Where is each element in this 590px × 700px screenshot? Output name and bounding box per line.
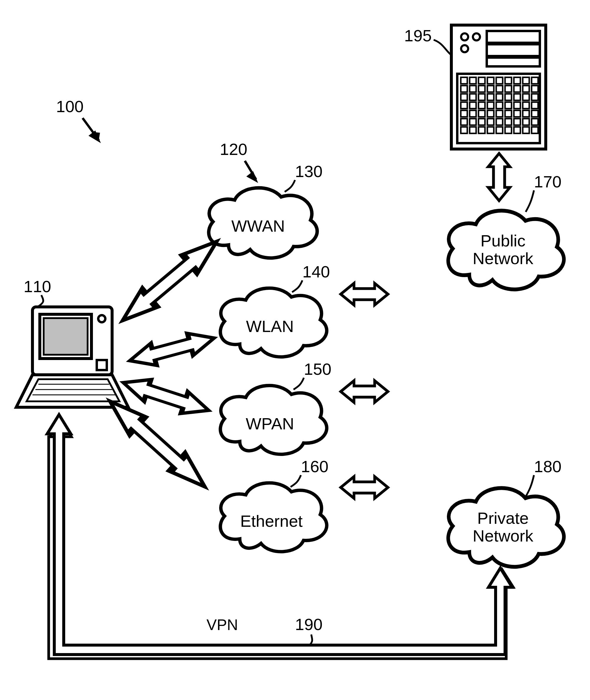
svg-rect-61 (461, 119, 467, 125)
svg-rect-65 (496, 119, 503, 125)
svg-rect-26 (470, 86, 476, 92)
svg-rect-20 (496, 77, 503, 84)
arrow-wlan-right (341, 381, 388, 403)
svg-rect-57 (505, 110, 511, 117)
svg-rect-55 (487, 110, 494, 117)
svg-rect-9 (487, 31, 540, 43)
svg-rect-74 (496, 127, 503, 134)
svg-rect-30 (505, 86, 511, 92)
svg-rect-31 (514, 86, 520, 92)
svg-rect-39 (505, 94, 511, 100)
svg-point-12 (461, 33, 468, 40)
arrow-laptop-wwan (115, 233, 224, 330)
svg-rect-50 (523, 102, 529, 109)
ref-140-leader (292, 280, 302, 292)
svg-rect-70 (461, 127, 467, 134)
svg-rect-10 (487, 44, 540, 56)
svg-rect-51 (531, 102, 538, 109)
svg-rect-2 (44, 318, 88, 355)
ref-130: 130 (295, 162, 322, 181)
ref-170: 170 (534, 172, 561, 191)
svg-rect-36 (479, 94, 485, 100)
svg-rect-76 (514, 127, 520, 134)
ref-110: 110 (24, 277, 51, 296)
ref-130-leader (285, 180, 295, 192)
svg-rect-49 (514, 102, 520, 109)
svg-rect-73 (487, 127, 494, 134)
svg-point-3 (98, 315, 105, 322)
svg-rect-28 (487, 86, 494, 92)
svg-rect-34 (461, 94, 467, 100)
svg-rect-43 (461, 102, 467, 109)
svg-rect-17 (470, 77, 476, 84)
ref-195-leader (434, 40, 451, 55)
ref-190: 190 (295, 615, 322, 634)
ref-195: 195 (404, 26, 431, 45)
ref-110-leader (38, 295, 43, 306)
svg-rect-45 (479, 102, 485, 109)
svg-rect-54 (479, 110, 485, 117)
arrow-laptop-wlan (127, 327, 217, 371)
svg-rect-64 (487, 119, 494, 125)
svg-rect-68 (523, 119, 529, 125)
cloud-wlan: WLAN (220, 288, 327, 357)
svg-point-14 (461, 45, 468, 52)
cloud-public-label2: Network (473, 249, 533, 268)
svg-rect-23 (523, 77, 529, 84)
svg-rect-67 (514, 119, 520, 125)
svg-rect-24 (531, 77, 538, 84)
svg-rect-72 (479, 127, 485, 134)
svg-rect-48 (505, 102, 511, 109)
svg-rect-46 (487, 102, 494, 109)
ref-120-head (246, 171, 258, 183)
svg-rect-37 (487, 94, 494, 100)
svg-rect-75 (505, 127, 511, 134)
svg-rect-35 (470, 94, 476, 100)
svg-rect-33 (531, 86, 538, 92)
svg-rect-47 (496, 102, 503, 109)
cloud-public-network: Public Network (448, 211, 564, 289)
server-icon (451, 25, 546, 149)
svg-rect-52 (461, 110, 467, 117)
svg-rect-41 (523, 94, 529, 100)
svg-rect-25 (461, 86, 467, 92)
ref-150-leader (294, 378, 304, 389)
ref-170-leader (526, 190, 534, 212)
laptop-icon (16, 307, 128, 407)
svg-rect-62 (470, 119, 476, 125)
svg-rect-66 (505, 119, 511, 125)
cloud-wlan-label: WLAN (246, 317, 294, 336)
svg-rect-63 (479, 119, 485, 125)
svg-rect-16 (461, 77, 467, 84)
cloud-public-label1: Public (481, 231, 526, 250)
svg-rect-58 (514, 110, 520, 117)
svg-rect-78 (531, 127, 538, 134)
svg-rect-69 (531, 119, 538, 125)
svg-rect-60 (531, 110, 538, 117)
ref-100: 100 (56, 97, 84, 116)
svg-rect-29 (496, 86, 503, 92)
svg-rect-32 (523, 86, 529, 92)
svg-rect-22 (514, 77, 520, 84)
svg-rect-21 (505, 77, 511, 84)
svg-rect-11 (487, 58, 540, 66)
svg-rect-40 (514, 94, 520, 100)
vpn-label: VPN (206, 616, 238, 633)
svg-rect-27 (479, 86, 485, 92)
arrow-wwan-right (341, 283, 388, 305)
cloud-wwan-label: WWAN (231, 216, 285, 235)
svg-rect-56 (496, 110, 503, 117)
arrow-server-public (488, 154, 510, 201)
svg-rect-44 (470, 102, 476, 109)
svg-rect-71 (470, 127, 476, 134)
svg-rect-59 (523, 110, 529, 117)
cloud-wwan: WWAN (209, 188, 317, 258)
ref-120: 120 (220, 140, 247, 159)
svg-point-13 (473, 33, 480, 40)
ref-140: 140 (302, 262, 330, 281)
ref-150: 150 (304, 360, 331, 378)
diagram-canvas: 100 120 110 (0, 0, 590, 700)
svg-rect-18 (479, 77, 485, 84)
svg-rect-38 (496, 94, 503, 100)
svg-rect-77 (523, 127, 529, 134)
